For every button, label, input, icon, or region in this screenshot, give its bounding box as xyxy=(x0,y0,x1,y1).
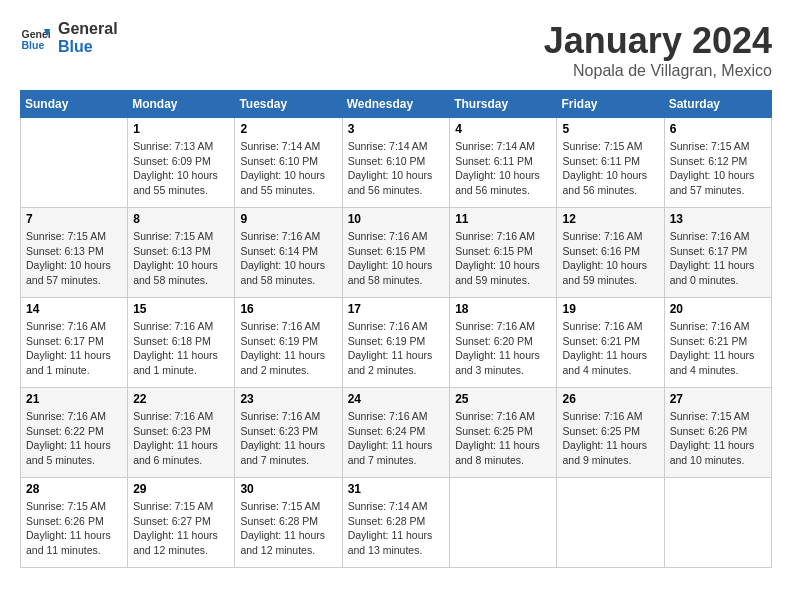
title-block: January 2024 Nopala de Villagran, Mexico xyxy=(544,20,772,80)
day-info: Sunrise: 7:16 AMSunset: 6:20 PMDaylight:… xyxy=(455,319,551,378)
calendar-cell: 4Sunrise: 7:14 AMSunset: 6:11 PMDaylight… xyxy=(450,118,557,208)
calendar-cell: 26Sunrise: 7:16 AMSunset: 6:25 PMDayligh… xyxy=(557,388,664,478)
calendar-cell: 31Sunrise: 7:14 AMSunset: 6:28 PMDayligh… xyxy=(342,478,450,568)
day-number: 17 xyxy=(348,302,445,316)
day-number: 29 xyxy=(133,482,229,496)
day-info: Sunrise: 7:15 AMSunset: 6:26 PMDaylight:… xyxy=(670,409,766,468)
logo-blue: Blue xyxy=(58,38,118,56)
header-sunday: Sunday xyxy=(21,91,128,118)
calendar-cell: 3Sunrise: 7:14 AMSunset: 6:10 PMDaylight… xyxy=(342,118,450,208)
calendar-cell: 21Sunrise: 7:16 AMSunset: 6:22 PMDayligh… xyxy=(21,388,128,478)
header-monday: Monday xyxy=(128,91,235,118)
calendar-cell: 23Sunrise: 7:16 AMSunset: 6:23 PMDayligh… xyxy=(235,388,342,478)
calendar-cell: 8Sunrise: 7:15 AMSunset: 6:13 PMDaylight… xyxy=(128,208,235,298)
calendar-cell: 19Sunrise: 7:16 AMSunset: 6:21 PMDayligh… xyxy=(557,298,664,388)
day-number: 11 xyxy=(455,212,551,226)
day-number: 24 xyxy=(348,392,445,406)
day-number: 25 xyxy=(455,392,551,406)
day-number: 21 xyxy=(26,392,122,406)
day-info: Sunrise: 7:16 AMSunset: 6:24 PMDaylight:… xyxy=(348,409,445,468)
calendar-cell: 1Sunrise: 7:13 AMSunset: 6:09 PMDaylight… xyxy=(128,118,235,208)
header-saturday: Saturday xyxy=(664,91,771,118)
day-number: 16 xyxy=(240,302,336,316)
day-number: 31 xyxy=(348,482,445,496)
calendar-cell: 18Sunrise: 7:16 AMSunset: 6:20 PMDayligh… xyxy=(450,298,557,388)
day-info: Sunrise: 7:16 AMSunset: 6:25 PMDaylight:… xyxy=(562,409,658,468)
calendar-cell: 22Sunrise: 7:16 AMSunset: 6:23 PMDayligh… xyxy=(128,388,235,478)
day-number: 3 xyxy=(348,122,445,136)
calendar-week-5: 28Sunrise: 7:15 AMSunset: 6:26 PMDayligh… xyxy=(21,478,772,568)
page-header: General Blue General Blue January 2024 N… xyxy=(20,20,772,80)
calendar-week-1: 1Sunrise: 7:13 AMSunset: 6:09 PMDaylight… xyxy=(21,118,772,208)
header-wednesday: Wednesday xyxy=(342,91,450,118)
day-number: 18 xyxy=(455,302,551,316)
day-number: 14 xyxy=(26,302,122,316)
day-info: Sunrise: 7:16 AMSunset: 6:23 PMDaylight:… xyxy=(133,409,229,468)
day-number: 5 xyxy=(562,122,658,136)
day-info: Sunrise: 7:16 AMSunset: 6:21 PMDaylight:… xyxy=(670,319,766,378)
day-info: Sunrise: 7:15 AMSunset: 6:11 PMDaylight:… xyxy=(562,139,658,198)
day-number: 13 xyxy=(670,212,766,226)
calendar-cell xyxy=(450,478,557,568)
month-title: January 2024 xyxy=(544,20,772,62)
day-info: Sunrise: 7:15 AMSunset: 6:13 PMDaylight:… xyxy=(26,229,122,288)
calendar-cell: 29Sunrise: 7:15 AMSunset: 6:27 PMDayligh… xyxy=(128,478,235,568)
header-tuesday: Tuesday xyxy=(235,91,342,118)
location-subtitle: Nopala de Villagran, Mexico xyxy=(544,62,772,80)
day-number: 15 xyxy=(133,302,229,316)
day-number: 26 xyxy=(562,392,658,406)
calendar-header-row: SundayMondayTuesdayWednesdayThursdayFrid… xyxy=(21,91,772,118)
calendar-cell: 2Sunrise: 7:14 AMSunset: 6:10 PMDaylight… xyxy=(235,118,342,208)
day-info: Sunrise: 7:14 AMSunset: 6:11 PMDaylight:… xyxy=(455,139,551,198)
day-number: 10 xyxy=(348,212,445,226)
day-info: Sunrise: 7:16 AMSunset: 6:19 PMDaylight:… xyxy=(240,319,336,378)
logo-general: General xyxy=(58,20,118,38)
day-info: Sunrise: 7:15 AMSunset: 6:12 PMDaylight:… xyxy=(670,139,766,198)
day-info: Sunrise: 7:14 AMSunset: 6:10 PMDaylight:… xyxy=(348,139,445,198)
calendar-cell: 7Sunrise: 7:15 AMSunset: 6:13 PMDaylight… xyxy=(21,208,128,298)
header-friday: Friday xyxy=(557,91,664,118)
day-info: Sunrise: 7:13 AMSunset: 6:09 PMDaylight:… xyxy=(133,139,229,198)
day-info: Sunrise: 7:16 AMSunset: 6:15 PMDaylight:… xyxy=(348,229,445,288)
calendar-cell: 11Sunrise: 7:16 AMSunset: 6:15 PMDayligh… xyxy=(450,208,557,298)
day-info: Sunrise: 7:16 AMSunset: 6:16 PMDaylight:… xyxy=(562,229,658,288)
calendar-cell: 28Sunrise: 7:15 AMSunset: 6:26 PMDayligh… xyxy=(21,478,128,568)
calendar-cell: 20Sunrise: 7:16 AMSunset: 6:21 PMDayligh… xyxy=(664,298,771,388)
day-info: Sunrise: 7:15 AMSunset: 6:28 PMDaylight:… xyxy=(240,499,336,558)
calendar-cell: 14Sunrise: 7:16 AMSunset: 6:17 PMDayligh… xyxy=(21,298,128,388)
day-info: Sunrise: 7:16 AMSunset: 6:21 PMDaylight:… xyxy=(562,319,658,378)
calendar-cell: 12Sunrise: 7:16 AMSunset: 6:16 PMDayligh… xyxy=(557,208,664,298)
calendar-cell: 13Sunrise: 7:16 AMSunset: 6:17 PMDayligh… xyxy=(664,208,771,298)
calendar-cell: 6Sunrise: 7:15 AMSunset: 6:12 PMDaylight… xyxy=(664,118,771,208)
calendar-cell xyxy=(664,478,771,568)
calendar-cell: 10Sunrise: 7:16 AMSunset: 6:15 PMDayligh… xyxy=(342,208,450,298)
day-info: Sunrise: 7:16 AMSunset: 6:25 PMDaylight:… xyxy=(455,409,551,468)
calendar-week-3: 14Sunrise: 7:16 AMSunset: 6:17 PMDayligh… xyxy=(21,298,772,388)
calendar-cell: 5Sunrise: 7:15 AMSunset: 6:11 PMDaylight… xyxy=(557,118,664,208)
day-number: 28 xyxy=(26,482,122,496)
calendar-cell: 9Sunrise: 7:16 AMSunset: 6:14 PMDaylight… xyxy=(235,208,342,298)
calendar-cell: 27Sunrise: 7:15 AMSunset: 6:26 PMDayligh… xyxy=(664,388,771,478)
day-number: 4 xyxy=(455,122,551,136)
day-number: 8 xyxy=(133,212,229,226)
day-info: Sunrise: 7:16 AMSunset: 6:22 PMDaylight:… xyxy=(26,409,122,468)
day-info: Sunrise: 7:15 AMSunset: 6:27 PMDaylight:… xyxy=(133,499,229,558)
calendar-cell: 17Sunrise: 7:16 AMSunset: 6:19 PMDayligh… xyxy=(342,298,450,388)
calendar-cell xyxy=(557,478,664,568)
calendar-table: SundayMondayTuesdayWednesdayThursdayFrid… xyxy=(20,90,772,568)
day-info: Sunrise: 7:16 AMSunset: 6:19 PMDaylight:… xyxy=(348,319,445,378)
day-number: 9 xyxy=(240,212,336,226)
calendar-cell: 16Sunrise: 7:16 AMSunset: 6:19 PMDayligh… xyxy=(235,298,342,388)
day-info: Sunrise: 7:15 AMSunset: 6:26 PMDaylight:… xyxy=(26,499,122,558)
day-number: 23 xyxy=(240,392,336,406)
calendar-cell: 30Sunrise: 7:15 AMSunset: 6:28 PMDayligh… xyxy=(235,478,342,568)
day-info: Sunrise: 7:14 AMSunset: 6:28 PMDaylight:… xyxy=(348,499,445,558)
day-number: 6 xyxy=(670,122,766,136)
calendar-cell: 25Sunrise: 7:16 AMSunset: 6:25 PMDayligh… xyxy=(450,388,557,478)
calendar-cell: 24Sunrise: 7:16 AMSunset: 6:24 PMDayligh… xyxy=(342,388,450,478)
svg-text:Blue: Blue xyxy=(22,39,45,51)
calendar-cell xyxy=(21,118,128,208)
calendar-week-4: 21Sunrise: 7:16 AMSunset: 6:22 PMDayligh… xyxy=(21,388,772,478)
day-info: Sunrise: 7:16 AMSunset: 6:23 PMDaylight:… xyxy=(240,409,336,468)
day-info: Sunrise: 7:16 AMSunset: 6:17 PMDaylight:… xyxy=(670,229,766,288)
